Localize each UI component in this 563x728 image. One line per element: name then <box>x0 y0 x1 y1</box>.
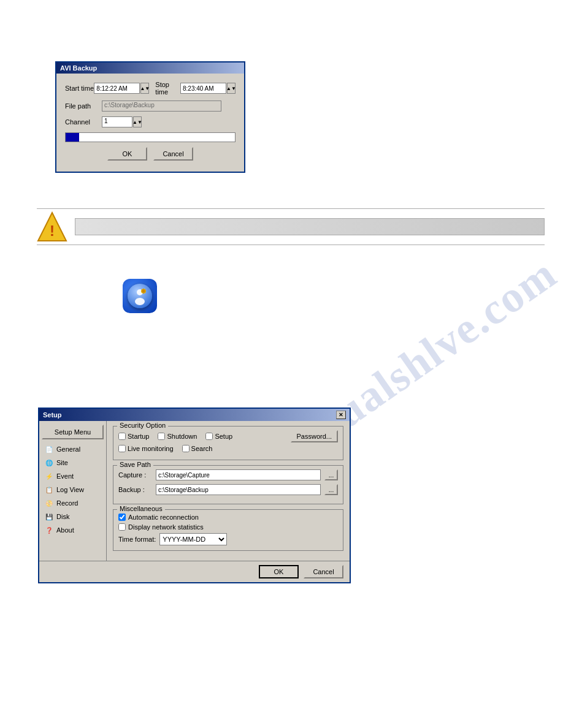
svg-point-3 <box>135 298 145 305</box>
warning-line-top <box>37 208 545 209</box>
start-time-spinbtn[interactable]: ▲▼ <box>140 83 149 94</box>
avi-backup-dialog: AVI Backup Start time 8:12:22 AM ▲▼ Stop… <box>55 61 245 173</box>
start-time-input[interactable]: 8:12:22 AM <box>94 83 140 94</box>
sidebar-item-log-view[interactable]: 📋 Log View <box>42 483 104 496</box>
sidebar-item-record[interactable]: 📀 Record <box>42 497 104 509</box>
backup-label: Backup : <box>118 486 152 493</box>
capture-label: Capture : <box>118 471 152 479</box>
channel-spinner[interactable]: 1 ▲▼ <box>102 116 142 127</box>
backup-path-input[interactable] <box>156 484 321 495</box>
setup-content: Security Option Startup Shutdown Setup P <box>107 421 350 561</box>
sidebar-record-label: Record <box>56 499 78 507</box>
capture-path-row: Capture : ... <box>118 469 338 480</box>
setup-sidebar: Setup Menu 📄 General 🌐 Site ⚡ Event 📋 Lo… <box>39 421 107 561</box>
avi-backup-body: Start time 8:12:22 AM ▲▼ Stop time 8:23:… <box>56 74 244 172</box>
stop-time-spinner[interactable]: 8:23:40 AM ▲▼ <box>180 83 236 94</box>
setup-title: Setup <box>43 411 62 419</box>
sidebar-site-label: Site <box>56 459 68 466</box>
event-icon: ⚡ <box>44 471 54 481</box>
sidebar-item-about[interactable]: ❓ About <box>42 524 104 536</box>
app-icon-inner <box>128 284 152 308</box>
file-path-label: File path <box>65 102 102 110</box>
time-format-label: Time format: <box>118 536 156 543</box>
setup-checkbox-item[interactable]: Setup <box>205 433 232 440</box>
search-checkbox[interactable] <box>182 445 190 452</box>
channel-row: Channel 1 ▲▼ <box>65 116 236 127</box>
avi-ok-button[interactable]: OK <box>107 147 147 161</box>
shutdown-checkbox[interactable] <box>158 433 165 440</box>
display-network-item[interactable]: Display network statistics <box>118 523 338 531</box>
live-monitoring-label: Live monitoring <box>128 445 174 452</box>
startup-label: Startup <box>128 433 149 440</box>
time-format-select[interactable]: YYYY-MM-DD MM-DD-YYYY DD-MM-YYYY <box>159 533 227 545</box>
channel-spinbtn[interactable]: ▲▼ <box>133 116 142 127</box>
avi-backup-titlebar: AVI Backup <box>56 63 244 74</box>
setup-checkbox[interactable] <box>205 433 213 440</box>
backup-browse-button[interactable]: ... <box>324 484 338 495</box>
stop-time-spinbtn[interactable]: ▲▼ <box>227 83 236 94</box>
security-option-group: Security Option Startup Shutdown Setup P <box>113 426 343 460</box>
avi-cancel-button[interactable]: Cancel <box>153 147 193 161</box>
about-icon: ❓ <box>44 525 54 535</box>
sidebar-logview-label: Log View <box>56 486 84 493</box>
search-checkbox-item[interactable]: Search <box>182 445 213 452</box>
live-monitoring-checkbox-item[interactable]: Live monitoring <box>118 445 174 452</box>
setup-titlebar: Setup ✕ <box>39 409 350 421</box>
avi-backup-title: AVI Backup <box>60 64 97 72</box>
setup-body: Setup Menu 📄 General 🌐 Site ⚡ Event 📋 Lo… <box>39 421 350 561</box>
display-network-checkbox[interactable] <box>118 523 126 531</box>
startup-checkbox[interactable] <box>118 433 126 440</box>
sidebar-general-label: General <box>56 446 80 453</box>
backup-path-row: Backup : ... <box>118 484 338 495</box>
auto-reconnect-label: Automatic reconnection <box>128 514 199 521</box>
setup-cancel-button[interactable]: Cancel <box>304 565 343 578</box>
sidebar-disk-label: Disk <box>56 513 69 520</box>
sidebar-item-event[interactable]: ⚡ Event <box>42 470 104 482</box>
auto-reconnect-item[interactable]: Automatic reconnection <box>118 514 338 521</box>
save-path-group: Save Path Capture : ... Backup : ... <box>113 465 343 504</box>
warning-line-bottom <box>37 245 545 245</box>
stop-time-input[interactable]: 8:23:40 AM <box>180 83 226 94</box>
security-row-1: Startup Shutdown Setup Password... <box>118 430 338 442</box>
stop-time-label: Stop time <box>155 81 178 96</box>
password-button[interactable]: Password... <box>291 430 338 442</box>
sidebar-about-label: About <box>56 526 74 534</box>
security-legend: Security Option <box>117 422 168 429</box>
setup-ok-button[interactable]: OK <box>259 565 299 578</box>
setup-close-button[interactable]: ✕ <box>336 411 346 419</box>
live-monitoring-checkbox[interactable] <box>118 445 126 452</box>
progress-bar-container <box>65 132 236 142</box>
shutdown-label: Shutdown <box>167 433 197 440</box>
sidebar-event-label: Event <box>56 472 74 480</box>
save-path-legend: Save Path <box>117 461 153 468</box>
startup-checkbox-item[interactable]: Startup <box>118 433 149 440</box>
sidebar-item-general[interactable]: 📄 General <box>42 443 104 455</box>
capture-path-input[interactable] <box>156 469 321 480</box>
setup-check-label: Setup <box>215 433 232 440</box>
shutdown-checkbox-item[interactable]: Shutdown <box>158 433 197 440</box>
sidebar-item-site[interactable]: 🌐 Site <box>42 457 104 469</box>
capture-browse-button[interactable]: ... <box>324 469 338 480</box>
auto-reconnect-checkbox[interactable] <box>118 514 126 521</box>
setup-menu-button[interactable]: Setup Menu <box>42 425 104 439</box>
app-icon-svg <box>130 286 150 306</box>
file-path-row: File path c:\Storage\Backup <box>65 100 236 112</box>
setup-dialog: Setup ✕ Setup Menu 📄 General 🌐 Site ⚡ Ev… <box>38 408 351 583</box>
record-icon: 📀 <box>44 498 54 508</box>
channel-input[interactable]: 1 <box>102 116 132 127</box>
sidebar-item-disk[interactable]: 💾 Disk <box>42 510 104 523</box>
channel-label: Channel <box>65 118 102 126</box>
log-view-icon: 📋 <box>44 485 54 495</box>
setup-footer: OK Cancel <box>39 561 350 582</box>
warning-content: ! <box>37 211 545 242</box>
display-network-label: Display network statistics <box>128 523 204 531</box>
progress-bar-fill <box>66 133 79 142</box>
warning-section: ! <box>37 208 545 245</box>
file-path-input[interactable]: c:\Storage\Backup <box>102 100 221 112</box>
disk-icon: 💾 <box>44 512 54 521</box>
warning-text-bar <box>75 218 545 235</box>
warning-icon: ! <box>37 211 67 242</box>
avi-backup-buttons: OK Cancel <box>65 147 236 164</box>
start-time-spinner[interactable]: 8:12:22 AM ▲▼ <box>94 83 149 94</box>
app-icon-section <box>123 279 157 313</box>
